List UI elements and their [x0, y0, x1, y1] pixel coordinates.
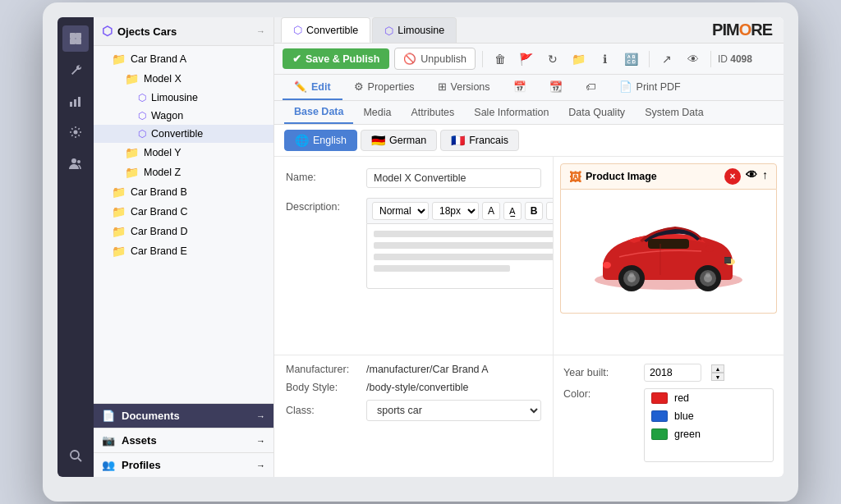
bottom-right-panel: Year built: ▲ ▼ Color:: [554, 355, 784, 477]
tab-limousine-icon: ⬡: [384, 25, 393, 37]
editor-area[interactable]: [366, 223, 554, 289]
nav-gear-icon[interactable]: [62, 119, 89, 145]
save-publish-label: Save & Publish: [306, 53, 379, 65]
tree-item-model-z[interactable]: 📁 Model Z: [94, 163, 273, 182]
stab-edit[interactable]: ✏️ Edit: [283, 75, 342, 100]
top-tab-bar: ⬡ Convertible ⬡ Limousine PIMORE: [274, 17, 784, 44]
manufacturer-row: Manufacturer: /manufacturer/Car Brand A: [286, 364, 541, 375]
nav-chart-icon[interactable]: [62, 88, 89, 114]
tab-limousine[interactable]: ⬡ Limousine: [372, 17, 457, 43]
tree-item-convertible[interactable]: ⬡ Convertible: [94, 125, 273, 143]
trash-icon[interactable]: 🗑: [489, 48, 511, 70]
highlight-btn[interactable]: A̲: [503, 202, 522, 220]
bottom-section: Manufacturer: /manufacturer/Car Brand A …: [274, 355, 784, 477]
folder-icon: 📁: [112, 186, 126, 199]
tree-item-model-y[interactable]: 📁 Model Y: [94, 143, 273, 163]
tree-item-car-brand-a[interactable]: 📁 Car Brand A: [94, 49, 273, 69]
lang-tab-francais[interactable]: 🇫🇷 Francais: [440, 130, 519, 151]
info-icon[interactable]: ℹ: [595, 48, 616, 70]
stab-calendar2[interactable]: 📆: [538, 75, 574, 100]
color-row-red[interactable]: red: [645, 389, 773, 407]
svg-point-7: [74, 131, 78, 135]
content-tab-system-data[interactable]: System Data: [635, 102, 714, 123]
tree-item-car-brand-b[interactable]: 📁 Car Brand B: [94, 182, 273, 202]
nav-users-icon[interactable]: [62, 150, 89, 176]
tree-content: 📁 Car Brand A 📁 Model X ⬡ Limousine: [94, 46, 273, 403]
product-image-remove-btn[interactable]: ×: [724, 168, 741, 185]
unpublish-button[interactable]: 🚫 Unpublish: [394, 48, 476, 70]
checkmark-icon: ✔: [292, 53, 301, 65]
save-publish-button[interactable]: ✔ Save & Publish: [283, 48, 389, 69]
refresh-icon[interactable]: ↻: [542, 48, 563, 70]
tree-header[interactable]: ⬡ Ojects Cars →: [94, 17, 273, 46]
font-color-btn[interactable]: A: [482, 202, 500, 220]
external-link-icon[interactable]: ↗: [656, 48, 678, 70]
size-select[interactable]: 18px: [432, 202, 479, 220]
blue-label: blue: [674, 410, 694, 422]
svg-rect-2: [70, 39, 76, 44]
stab-versions[interactable]: ⊞ Versions: [426, 75, 502, 100]
lang-tab-english[interactable]: 🌐 English: [284, 130, 357, 151]
stab-tag[interactable]: 🏷: [574, 76, 608, 100]
product-image-title: Product Image: [586, 171, 657, 182]
tab-convertible-label: Convertible: [306, 25, 358, 36]
tree-item-car-brand-d[interactable]: 📁 Car Brand D: [94, 222, 273, 241]
tree-section-assets[interactable]: 📷 Assets →: [94, 428, 273, 452]
product-image-upload-icon[interactable]: ↑: [762, 168, 768, 185]
spinner-down-btn[interactable]: ▼: [711, 373, 724, 381]
description-label: Description:: [286, 198, 360, 213]
svg-rect-12: [648, 239, 689, 249]
content-tab-media[interactable]: Media: [353, 102, 401, 123]
tree-item-limousine[interactable]: ⬡ Limousine: [94, 89, 273, 107]
lang-tab-german[interactable]: 🇩🇪 German: [361, 130, 437, 151]
color-row-blue[interactable]: blue: [645, 407, 773, 425]
translate-icon[interactable]: 🔠: [621, 48, 642, 70]
italic-btn[interactable]: I: [546, 202, 554, 220]
eye-icon[interactable]: 👁: [682, 48, 704, 70]
tree-section-profiles[interactable]: 👥 Profiles →: [94, 452, 273, 477]
stab-properties[interactable]: ⚙ Properties: [342, 75, 426, 100]
stab-calendar1[interactable]: 📅: [502, 75, 538, 100]
nav-objects-icon[interactable]: [62, 25, 89, 52]
tree-item-wagon[interactable]: ⬡ Wagon: [94, 107, 273, 125]
bold-btn[interactable]: B: [525, 202, 543, 220]
content-tab-data-quality[interactable]: Data Quality: [558, 102, 635, 123]
manufacturer-value: /manufacturer/Car Brand A: [366, 364, 489, 375]
tree-section-documents[interactable]: 📄 Documents →: [94, 403, 273, 428]
description-editor: Normal 18px A A̲ B I: [366, 198, 554, 289]
tab-convertible[interactable]: ⬡ Convertible: [281, 17, 370, 43]
calendar2-icon: 📆: [549, 80, 563, 93]
green-label: green: [674, 428, 701, 440]
color-row: Color: red blue: [563, 388, 774, 462]
svg-point-20: [705, 273, 710, 277]
folder-toolbar-icon[interactable]: 📁: [568, 48, 590, 70]
name-input[interactable]: [366, 168, 541, 188]
product-image-eye-icon[interactable]: 👁: [746, 168, 757, 185]
spinner-up-btn[interactable]: ▲: [711, 364, 724, 373]
svg-rect-4: [70, 102, 72, 107]
format-select[interactable]: Normal: [372, 202, 429, 220]
year-spinner[interactable]: ▲ ▼: [711, 364, 724, 381]
class-row: Class: sports car: [286, 400, 541, 421]
editor-toolbar: Normal 18px A A̲ B I: [366, 198, 554, 223]
content-tab-base-data[interactable]: Base Data: [284, 101, 353, 124]
svg-point-8: [71, 158, 76, 163]
tree-item-car-brand-c[interactable]: 📁 Car Brand C: [94, 202, 273, 222]
product-image-icon: 🖼: [569, 170, 581, 184]
content-tab-attributes[interactable]: Attributes: [402, 102, 465, 123]
name-label: Name:: [286, 168, 360, 183]
pimcore-logo: PIMORE: [712, 21, 777, 39]
class-select[interactable]: sports car: [366, 400, 541, 421]
stab-print-pdf[interactable]: 📄 Print PDF: [608, 75, 692, 100]
year-built-input[interactable]: [644, 364, 701, 382]
tag-icon: 🏷: [586, 81, 596, 93]
tree-item-model-x[interactable]: 📁 Model X: [94, 69, 273, 89]
color-row-green[interactable]: green: [645, 425, 773, 443]
toolbar-sep-2: [649, 51, 650, 67]
content-tab-sale-info[interactable]: Sale Information: [464, 102, 558, 123]
flag-icon[interactable]: 🚩: [516, 48, 537, 70]
nav-search-icon[interactable]: [62, 442, 89, 469]
nav-wrench-icon[interactable]: [62, 57, 89, 83]
cube-icon: ⬡: [138, 128, 146, 140]
tree-item-car-brand-e[interactable]: 📁 Car Brand E: [94, 241, 273, 261]
